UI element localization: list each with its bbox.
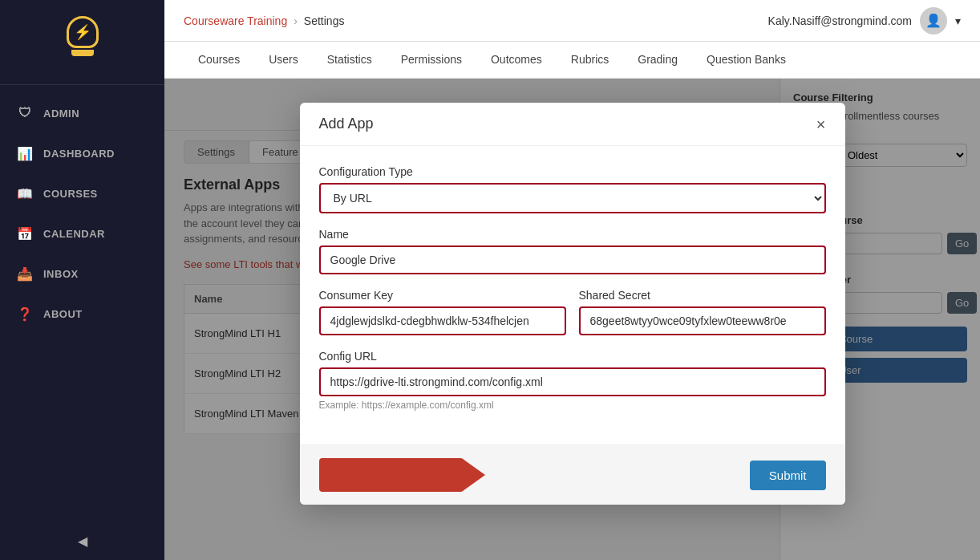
breadcrumb: Courseware Training › Settings xyxy=(184,14,344,27)
tab-outcomes[interactable]: Outcomes xyxy=(476,42,557,79)
shared-secret-input[interactable] xyxy=(579,306,826,335)
inbox-icon: 📥 xyxy=(16,265,34,282)
add-app-modal: Add App × Configuration Type By URL Manu… xyxy=(300,103,845,505)
config-type-select[interactable]: By URL Manual Entry Paste XML xyxy=(319,183,826,213)
sidebar-item-about[interactable]: ❓ ABOUT xyxy=(0,294,164,334)
shared-secret-group: Shared Secret xyxy=(579,289,826,335)
tab-permissions[interactable]: Permissions xyxy=(387,42,476,79)
tab-courses[interactable]: Courses xyxy=(184,42,254,79)
config-url-hint: Example: https://example.com/config.xml xyxy=(319,400,826,411)
config-url-input[interactable] xyxy=(319,367,826,396)
arrow-right-shape xyxy=(463,459,485,491)
tab-question-banks[interactable]: Question Banks xyxy=(692,42,800,79)
key-secret-row: Consumer Key Shared Secret xyxy=(319,289,826,350)
modal-header: Add App × xyxy=(300,103,845,146)
arrow-rectangle xyxy=(319,458,464,492)
topbar: Courseware Training › Settings Kaly.Nasi… xyxy=(164,0,980,42)
chevron-down-icon: ▾ xyxy=(955,14,961,27)
sidebar-item-calendar[interactable]: 📅 CALENDAR xyxy=(0,213,164,254)
breadcrumb-separator: › xyxy=(294,14,298,27)
sidebar-label-admin: ADMIN xyxy=(43,108,79,120)
sidebar-item-admin[interactable]: 🛡 ADMIN xyxy=(0,93,164,133)
modal-body: Configuration Type By URL Manual Entry P… xyxy=(300,146,845,444)
sidebar-logo xyxy=(0,0,164,85)
config-url-label: Config URL xyxy=(319,350,826,363)
shield-icon: 🛡 xyxy=(16,104,34,122)
modal-title: Add App xyxy=(319,116,374,132)
sidebar-label-dashboard: DASHBOARD xyxy=(43,148,115,160)
app-logo-icon xyxy=(60,16,105,72)
name-label: Name xyxy=(319,228,826,241)
sidebar-item-inbox[interactable]: 📥 INBOX xyxy=(0,254,164,294)
avatar: 👤 xyxy=(920,7,947,34)
logo-bulb xyxy=(67,16,99,48)
consumer-key-group: Consumer Key xyxy=(319,289,566,335)
name-group: Name xyxy=(319,228,826,274)
sidebar-label-inbox: INBOX xyxy=(43,268,79,280)
breadcrumb-courseware-link[interactable]: Courseware Training xyxy=(184,14,287,27)
sidebar-nav: 🛡 ADMIN 📊 DASHBOARD 📖 COURSES 📅 CALENDAR… xyxy=(0,85,164,342)
primary-subnav: Courses Users Statistics Permissions Out… xyxy=(164,42,980,79)
config-type-label: Configuration Type xyxy=(319,165,826,178)
book-icon: 📖 xyxy=(16,185,34,202)
config-url-group: Config URL Example: https://example.com/… xyxy=(319,350,826,411)
breadcrumb-current: Settings xyxy=(304,14,345,27)
tab-statistics[interactable]: Statistics xyxy=(313,42,387,79)
calendar-icon: 📅 xyxy=(16,225,34,242)
sidebar-item-dashboard[interactable]: 📊 DASHBOARD xyxy=(0,133,164,173)
logo-base xyxy=(71,50,94,56)
tab-users[interactable]: Users xyxy=(254,42,313,79)
name-input[interactable] xyxy=(319,246,826,274)
consumer-key-label: Consumer Key xyxy=(319,289,566,302)
modal-overlay: Add App × Configuration Type By URL Manu… xyxy=(164,79,980,560)
content-area: Admin Tools Settings Settings Feature Op… xyxy=(164,79,980,560)
sidebar-label-about: ABOUT xyxy=(43,308,83,320)
modal-close-button[interactable]: × xyxy=(816,116,826,132)
modal-footer: Submit xyxy=(300,444,845,505)
sidebar-label-courses: COURSES xyxy=(43,188,98,200)
main-content: Courseware Training › Settings Kaly.Nasi… xyxy=(164,0,980,560)
question-icon: ❓ xyxy=(16,305,34,323)
user-email: Kaly.Nasiff@strongmind.com xyxy=(768,14,912,27)
chart-icon: 📊 xyxy=(16,144,34,162)
tab-rubrics[interactable]: Rubrics xyxy=(557,42,623,79)
config-type-group: Configuration Type By URL Manual Entry P… xyxy=(319,165,826,213)
sidebar: 🛡 ADMIN 📊 DASHBOARD 📖 COURSES 📅 CALENDAR… xyxy=(0,0,164,560)
arrow-decoration xyxy=(319,458,485,492)
tab-grading[interactable]: Grading xyxy=(623,42,692,79)
submit-button[interactable]: Submit xyxy=(750,461,826,490)
consumer-key-input[interactable] xyxy=(319,306,566,335)
sidebar-item-courses[interactable]: 📖 COURSES xyxy=(0,173,164,213)
sidebar-label-calendar: CALENDAR xyxy=(43,228,105,240)
user-area[interactable]: Kaly.Nasiff@strongmind.com 👤 ▾ xyxy=(768,7,961,34)
shared-secret-label: Shared Secret xyxy=(579,289,826,302)
sidebar-collapse-button[interactable]: ◀ xyxy=(0,522,164,560)
